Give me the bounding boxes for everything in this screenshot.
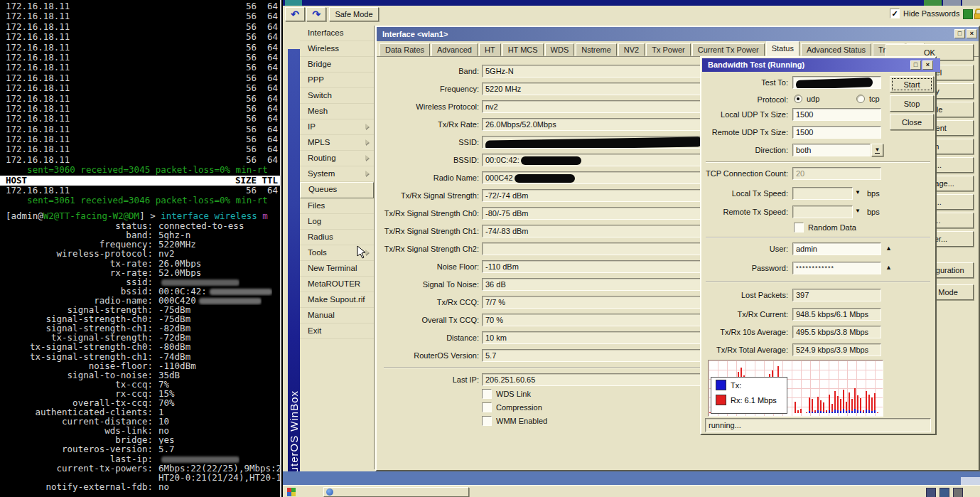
random-data-checkbox[interactable] xyxy=(794,223,804,233)
sidebar-item-new-terminal[interactable]: New Terminal xyxy=(300,261,374,277)
checkbox-wmm-enabled[interactable]: WMM Enabled xyxy=(482,416,547,426)
arrow-up-icon[interactable]: ▲ xyxy=(885,245,892,252)
tab-ht-mcs[interactable]: HT MCS xyxy=(502,43,544,56)
terminal-window[interactable]: 172.16.18.115664172.16.18.115664172.16.1… xyxy=(0,0,281,497)
tx-bar xyxy=(857,410,858,413)
bandwidth-test-dialog: Bandwidth Test (Running) □ × Test To: Pr… xyxy=(700,56,937,435)
random-data-control[interactable]: Random Data xyxy=(794,223,856,233)
taskbar xyxy=(283,485,980,497)
checkbox-wds-link[interactable]: WDS Link xyxy=(482,389,531,399)
tray-icon[interactable] xyxy=(953,488,963,497)
tab-nv2[interactable]: NV2 xyxy=(618,43,645,56)
direction-dropdown-button[interactable]: ▼ xyxy=(871,144,883,156)
sidebar-item-mesh[interactable]: Mesh xyxy=(300,104,374,119)
tx-bar xyxy=(814,412,816,413)
terminal-prompt: [admin@W2@TT-facing-W2@DM] > interface w… xyxy=(0,211,280,221)
safe-mode-button[interactable]: Safe Mode xyxy=(329,7,379,21)
sidebar-item-log[interactable]: Log xyxy=(300,214,374,230)
tab-wds[interactable]: WDS xyxy=(545,43,575,56)
redacted-value xyxy=(161,456,239,463)
checkbox[interactable] xyxy=(482,416,492,426)
interface-close-button[interactable]: × xyxy=(966,29,977,38)
winbox-minimize-button[interactable] xyxy=(924,0,942,6)
sidebar-item-switch[interactable]: Switch xyxy=(300,88,374,104)
interface-window-titlebar[interactable]: Interface <wlan1> □ × xyxy=(377,27,979,41)
arrow-up-icon[interactable]: ▲ xyxy=(885,264,892,271)
sidebar-item-metarouter[interactable]: MetaROUTER xyxy=(300,277,374,292)
close-button[interactable]: Close xyxy=(890,114,934,130)
tx-bar xyxy=(817,410,819,413)
resize-grip[interactable] xyxy=(961,477,980,485)
tab-nstreme[interactable]: Nstreme xyxy=(576,43,617,56)
tab-ht[interactable]: HT xyxy=(479,43,501,56)
chevron-down-icon: ▼ xyxy=(875,146,881,154)
start-button[interactable]: Start xyxy=(890,76,934,92)
sidebar-item-ip[interactable]: IP xyxy=(300,119,374,135)
terminal-ping-row: 172.16.18.115664 xyxy=(0,73,280,83)
sidebar-item-exit[interactable]: Exit xyxy=(300,324,374,339)
local-udp-tx-size-field[interactable]: 1500 xyxy=(792,108,881,121)
tab-advanced-status[interactable]: Advanced Status xyxy=(801,43,871,56)
terminal-ping-row: 172.16.18.115664 xyxy=(0,104,280,114)
sidebar-item-queues[interactable]: Queues xyxy=(300,182,374,198)
chevron-down-icon[interactable]: ▼ xyxy=(855,189,861,196)
hide-passwords-checkbox[interactable]: ✓ xyxy=(890,9,900,18)
sidebar-item-system[interactable]: System xyxy=(300,166,374,182)
start-button-icon[interactable] xyxy=(287,488,296,496)
window-bottom-band xyxy=(283,471,980,485)
sidebar-item-routing[interactable]: Routing xyxy=(300,151,374,166)
tx-bar xyxy=(831,412,833,413)
stop-button[interactable]: Stop xyxy=(890,95,934,112)
tab-status[interactable]: Status xyxy=(766,41,799,56)
tcp-radio[interactable] xyxy=(856,95,865,103)
local-tx-speed-field[interactable] xyxy=(792,187,853,200)
interface-maximize-button[interactable]: □ xyxy=(954,29,965,38)
protocol-udp-option[interactable]: udp xyxy=(794,95,819,103)
lock-icon xyxy=(974,9,980,18)
winbox-close-button[interactable] xyxy=(962,0,980,6)
checkbox-compression[interactable]: Compression xyxy=(482,402,542,412)
terminal-ping-row: 172.16.18.115664 xyxy=(0,22,280,32)
hide-passwords-control[interactable]: ✓ Hide Passwords xyxy=(890,9,959,18)
bandwidth-test-titlebar[interactable]: Bandwidth Test (Running) □ × xyxy=(702,58,940,72)
chevron-down-icon[interactable]: ▼ xyxy=(855,208,861,214)
terminal-status-line: tx-ccq:7% xyxy=(0,380,280,389)
undo-button[interactable]: ↶ xyxy=(285,7,305,21)
tcp-connection-count-field: 20 xyxy=(792,167,881,180)
dialog-maximize-button[interactable]: □ xyxy=(910,60,921,70)
sidebar-item-ppp[interactable]: PPP xyxy=(300,73,374,88)
udp-radio[interactable] xyxy=(794,95,802,103)
terminal-status-line: tx-rate:26.0Mbps xyxy=(0,259,280,268)
test-to-field[interactable] xyxy=(792,76,881,89)
terminal-status-line: HT20-0:21(21/24),HT20-1 xyxy=(0,473,280,482)
sidebar-item-files[interactable]: Files xyxy=(300,198,374,214)
redo-button[interactable]: ↷ xyxy=(306,7,326,21)
taskbar-window-button[interactable] xyxy=(323,487,469,497)
dialog-close-button[interactable]: × xyxy=(922,60,933,70)
checkbox[interactable] xyxy=(482,389,492,399)
tab-tx-power[interactable]: Tx Power xyxy=(646,43,690,56)
terminal-status-line: rx-rate:52.0Mbps xyxy=(0,268,280,277)
tab-current-tx-power[interactable]: Current Tx Power xyxy=(692,43,765,56)
protocol-tcp-option[interactable]: tcp xyxy=(856,95,880,103)
sidebar-item-interfaces[interactable]: Interfaces xyxy=(300,26,374,41)
password-field[interactable]: ************ xyxy=(792,262,881,274)
sidebar-item-radius[interactable]: Radius xyxy=(300,230,374,245)
checkbox[interactable] xyxy=(482,402,492,412)
tab-advanced[interactable]: Advanced xyxy=(431,43,478,56)
interface-window-title: Interface <wlan1> xyxy=(382,30,448,38)
sidebar-item-wireless[interactable]: Wireless xyxy=(300,41,374,57)
remote-tx-speed-field[interactable] xyxy=(792,205,853,218)
sidebar-item-manual[interactable]: Manual xyxy=(300,308,374,324)
tray-icon[interactable] xyxy=(939,488,949,497)
direction-select[interactable]: both xyxy=(792,144,871,156)
tx-bar xyxy=(863,412,864,413)
tab-data-rates[interactable]: Data Rates xyxy=(379,43,430,56)
sidebar-item-make-supout-rif[interactable]: Make Supout.rif xyxy=(300,292,374,308)
sidebar-item-mpls[interactable]: MPLS xyxy=(300,135,374,151)
remote-udp-tx-size-field[interactable]: 1500 xyxy=(792,126,881,139)
tray-icon[interactable] xyxy=(926,488,936,497)
sidebar-item-bridge[interactable]: Bridge xyxy=(300,57,374,73)
user-field[interactable]: admin xyxy=(792,242,881,255)
winbox-maximize-button[interactable] xyxy=(943,0,961,6)
